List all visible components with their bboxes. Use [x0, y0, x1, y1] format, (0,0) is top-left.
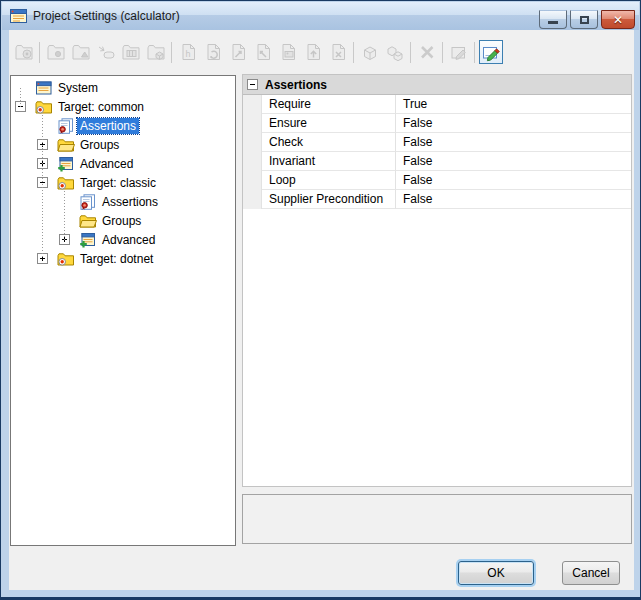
tree-item-label: Groups [77, 137, 122, 153]
tree-item-label: Groups [99, 213, 144, 229]
tree-item-label: Target: classic [77, 175, 159, 191]
property-name: Check [262, 133, 396, 152]
property-section-header[interactable]: Assertions [243, 75, 631, 95]
tree-connector-line [64, 191, 65, 240]
toolbar-separator [410, 42, 411, 63]
new-system-icon [13, 41, 35, 63]
add-external-include-icon: h [177, 41, 199, 63]
new-library-icon [120, 41, 142, 63]
remove-item-button [415, 40, 439, 64]
ok-button[interactable]: OK [458, 561, 534, 585]
property-value[interactable]: False [396, 190, 631, 209]
property-grid: Assertions RequireTrueEnsureFalseCheckFa… [242, 74, 632, 487]
new-assembly-button [94, 40, 118, 64]
toggle-text-editing-button[interactable] [479, 40, 503, 64]
add-external-resource-icon [277, 41, 299, 63]
add-external-include-button: h [176, 40, 200, 64]
tree-item-label: System [55, 80, 101, 96]
property-row-gutter [243, 95, 262, 114]
advanced-icon [57, 156, 75, 172]
minimize-button[interactable] [539, 10, 567, 29]
property-value[interactable]: False [396, 133, 631, 152]
property-name: Loop [262, 171, 396, 190]
toggle-text-editing-icon [480, 41, 502, 63]
property-value[interactable]: False [396, 114, 631, 133]
maximize-icon [580, 16, 589, 24]
tree-item-advanced[interactable]: Advanced [11, 230, 235, 249]
folder-icon [79, 213, 97, 229]
add-external-object-button [226, 40, 250, 64]
tree-item-target-dotnet[interactable]: Target: dotnet [11, 249, 235, 268]
property-row-loop: LoopFalse [243, 171, 631, 190]
target-icon [57, 251, 75, 267]
add-external-object-icon [227, 41, 249, 63]
folder-icon [57, 137, 75, 153]
tree-item-advanced[interactable]: Advanced [11, 154, 235, 173]
target-icon [35, 99, 53, 115]
edit-settings-button [447, 40, 471, 64]
setting-description-box [242, 494, 632, 544]
add-post-compilation-task-button [383, 40, 407, 64]
tree-item-groups[interactable]: Groups [11, 211, 235, 230]
tree-item-label: Target: dotnet [77, 251, 156, 267]
project-settings-dialog: Project Settings (calculator) ✕ h System… [0, 0, 641, 600]
tree-item-label: Assertions [77, 118, 139, 134]
property-name: Supplier Precondition [262, 190, 396, 209]
tree-connector-line [42, 115, 43, 259]
add-external-make-button [326, 40, 350, 64]
tree-item-label: Advanced [99, 232, 158, 248]
tree-item-groups[interactable]: Groups [11, 135, 235, 154]
maximize-button[interactable] [570, 10, 598, 29]
dialog-content: h SystemTarget: commonAssertionsGroupsAd… [9, 30, 634, 590]
property-section-title: Assertions [265, 78, 327, 92]
add-external-make-icon [327, 41, 349, 63]
property-value[interactable]: False [396, 171, 631, 190]
add-external-linker-flag-icon [302, 41, 324, 63]
add-external-cflag-button [201, 40, 225, 64]
tree-item-assertions[interactable]: Assertions [11, 116, 235, 135]
tree-item-system[interactable]: System [11, 78, 235, 97]
tree-item-target-classic[interactable]: Target: classic [11, 173, 235, 192]
tree-item-assertions[interactable]: Assertions [11, 192, 235, 211]
toolbar-separator [442, 42, 443, 63]
system-icon [35, 80, 53, 96]
close-button[interactable]: ✕ [601, 10, 635, 29]
add-pre-compilation-task-icon [359, 41, 381, 63]
property-value[interactable]: False [396, 152, 631, 171]
property-row-gutter [243, 114, 262, 133]
new-precompile-icon [145, 41, 167, 63]
add-external-library-icon [252, 41, 274, 63]
settings-tree[interactable]: SystemTarget: commonAssertionsGroupsAdva… [10, 75, 236, 546]
settings-tree-inner: SystemTarget: commonAssertionsGroupsAdva… [11, 76, 235, 268]
tree-item-label: Advanced [77, 156, 136, 172]
assertions-icon [57, 118, 75, 134]
project-settings-icon [10, 8, 27, 24]
new-target-button [44, 40, 68, 64]
property-name: Require [262, 95, 396, 114]
tree-connector-line [20, 88, 21, 107]
tree-item-target-common[interactable]: Target: common [11, 97, 235, 116]
property-name: Invariant [262, 152, 396, 171]
collapse-section-icon[interactable] [247, 79, 258, 90]
remove-item-icon [416, 41, 438, 63]
toolbar-separator [474, 42, 475, 63]
assertions-icon [79, 194, 97, 210]
property-row-gutter [243, 133, 262, 152]
add-external-cflag-icon [202, 41, 224, 63]
property-row-check: CheckFalse [243, 133, 631, 152]
cancel-button[interactable]: Cancel [562, 561, 620, 585]
new-assembly-icon [95, 41, 117, 63]
edit-settings-icon [448, 41, 470, 63]
property-value[interactable]: True [396, 95, 631, 114]
new-cluster-icon [70, 41, 92, 63]
close-icon: ✕ [613, 14, 623, 26]
property-row-require: RequireTrue [243, 95, 631, 114]
title-bar[interactable]: Project Settings (calculator) ✕ [2, 2, 639, 30]
property-row-ensure: EnsureFalse [243, 114, 631, 133]
new-system-button [12, 40, 36, 64]
property-row-gutter [243, 152, 262, 171]
tree-item-label: Assertions [99, 194, 161, 210]
add-external-linker-flag-button [301, 40, 325, 64]
minimize-icon [548, 21, 558, 24]
window-controls: ✕ [536, 10, 635, 29]
